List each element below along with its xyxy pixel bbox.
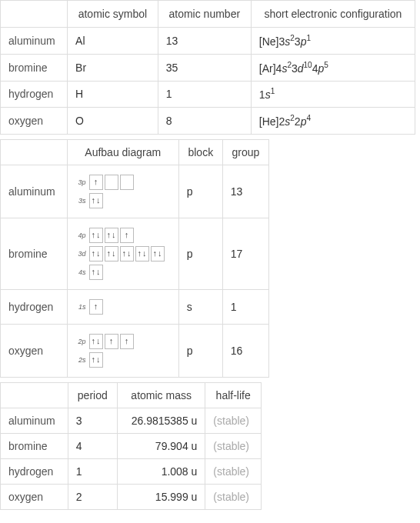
electron-down-icon bbox=[112, 249, 116, 258]
electron-up-icon bbox=[122, 249, 127, 258]
orbital-boxes bbox=[89, 265, 103, 280]
electron-down-icon bbox=[158, 249, 162, 258]
orbital-box bbox=[105, 334, 118, 349]
cell-half-life: (stable) bbox=[205, 458, 262, 484]
table-row: oxygen 2 15.999 u (stable) bbox=[1, 484, 262, 509]
table-header-row: Aufbau diagram block group bbox=[1, 139, 269, 165]
electron-up-icon bbox=[92, 355, 96, 364]
cell-group: 16 bbox=[222, 324, 268, 377]
cell-period: 3 bbox=[68, 408, 117, 433]
row-header: bromine bbox=[1, 54, 68, 81]
orbital-row: 4p bbox=[75, 228, 171, 243]
cell-aufbau: 3p 3s bbox=[67, 165, 178, 218]
cell-group: 17 bbox=[222, 218, 268, 289]
table-header-row: atomic symbol atomic number short electr… bbox=[1, 1, 415, 28]
electron-down-icon bbox=[96, 268, 101, 276]
row-header: oxygen bbox=[1, 484, 68, 509]
electron-down-icon bbox=[96, 196, 101, 205]
orbital-box bbox=[89, 334, 103, 349]
row-header: oxygen bbox=[1, 324, 68, 377]
orbital-label: 3d bbox=[75, 250, 86, 258]
row-header: bromine bbox=[1, 433, 68, 458]
electron-up-icon bbox=[138, 249, 142, 258]
aufbau-diagram: 4p 3d bbox=[75, 225, 171, 283]
orbital-label: 3s bbox=[75, 197, 86, 205]
table-header-row: period atomic mass half-life bbox=[1, 382, 262, 408]
table-row: aluminum 3 26.9815385 u (stable) bbox=[1, 408, 262, 433]
cell-number: 1 bbox=[158, 81, 251, 108]
row-header: oxygen bbox=[1, 108, 68, 135]
orbital-row: 4s bbox=[75, 265, 171, 280]
orbital-box bbox=[105, 246, 118, 262]
orbital-box bbox=[89, 352, 103, 368]
table-row: aluminum Al 13 [Ne]3s23p1 bbox=[1, 28, 415, 55]
cell-number: 8 bbox=[158, 108, 251, 135]
row-header: aluminum bbox=[1, 408, 68, 433]
col-header-config: short electronic configuration bbox=[251, 1, 415, 28]
orbital-boxes bbox=[89, 228, 134, 243]
cell-config: [He]2s22p4 bbox=[251, 108, 415, 135]
table-row: bromine 4p 3d bbox=[1, 218, 269, 289]
electron-down-icon bbox=[96, 249, 101, 258]
electron-up-icon bbox=[125, 337, 129, 345]
cell-period: 2 bbox=[68, 484, 117, 509]
orbital-label: 3p bbox=[75, 178, 86, 186]
orbital-label: 2s bbox=[75, 356, 86, 364]
col-header-half-life: half-life bbox=[205, 382, 262, 408]
cell-block: p bbox=[178, 165, 222, 218]
col-header-aufbau: Aufbau diagram bbox=[67, 139, 178, 165]
table-row: bromine Br 35 [Ar]4s23d104p5 bbox=[1, 54, 415, 81]
cell-symbol: Al bbox=[68, 28, 158, 55]
orbital-box bbox=[89, 246, 103, 262]
col-header-period: period bbox=[68, 382, 117, 408]
orbital-box bbox=[105, 175, 118, 190]
orbital-boxes bbox=[89, 246, 165, 262]
table-aufbau: Aufbau diagram block group aluminum 3p 3… bbox=[0, 139, 269, 378]
orbital-box bbox=[89, 193, 103, 208]
electron-up-icon bbox=[92, 268, 96, 276]
electron-up-icon bbox=[94, 302, 98, 311]
orbital-box bbox=[120, 228, 134, 243]
row-header: hydrogen bbox=[1, 289, 68, 324]
row-header: hydrogen bbox=[1, 458, 68, 484]
orbital-label: 4s bbox=[75, 268, 86, 276]
cell-half-life: (stable) bbox=[205, 484, 262, 509]
cell-mass: 26.9815385 u bbox=[117, 408, 205, 433]
table-row: hydrogen H 1 1s1 bbox=[1, 81, 415, 108]
orbital-row: 2s bbox=[75, 352, 171, 368]
cell-config: 1s1 bbox=[251, 81, 415, 108]
corner-cell bbox=[1, 139, 68, 165]
cell-config: [Ne]3s23p1 bbox=[251, 28, 415, 55]
cell-block: p bbox=[178, 218, 222, 289]
aufbau-diagram: 3p 3s bbox=[75, 172, 171, 212]
electron-up-icon bbox=[92, 231, 96, 239]
orbital-row: 2p bbox=[75, 334, 171, 349]
orbital-box bbox=[151, 246, 165, 262]
electron-up-icon bbox=[107, 249, 112, 258]
electron-up-icon bbox=[92, 196, 96, 205]
config-text: [He]2s22p4 bbox=[259, 115, 311, 128]
orbital-boxes bbox=[89, 334, 134, 349]
orbital-label: 2p bbox=[75, 338, 86, 345]
orbital-label: 4p bbox=[75, 232, 86, 239]
orbital-boxes bbox=[89, 193, 103, 208]
orbital-box bbox=[89, 265, 103, 280]
orbital-row: 3d bbox=[75, 246, 171, 262]
cell-config: [Ar]4s23d104p5 bbox=[251, 54, 415, 81]
table-period-mass: period atomic mass half-life aluminum 3 … bbox=[0, 382, 262, 510]
cell-group: 1 bbox=[222, 289, 268, 324]
cell-aufbau: 4p 3d bbox=[67, 218, 178, 289]
orbital-box bbox=[120, 175, 134, 190]
electron-down-icon bbox=[96, 355, 101, 364]
electron-down-icon bbox=[96, 231, 101, 239]
config-text: [Ar]4s23d104p5 bbox=[259, 62, 328, 75]
corner-cell bbox=[1, 382, 68, 408]
cell-period: 1 bbox=[68, 458, 117, 484]
cell-symbol: H bbox=[68, 81, 158, 108]
electron-up-icon bbox=[107, 231, 112, 239]
table-row: bromine 4 79.904 u (stable) bbox=[1, 433, 262, 458]
col-header-mass: atomic mass bbox=[117, 382, 205, 408]
table-row: oxygen O 8 [He]2s22p4 bbox=[1, 108, 415, 135]
cell-number: 13 bbox=[158, 28, 251, 55]
orbital-boxes bbox=[89, 175, 134, 190]
